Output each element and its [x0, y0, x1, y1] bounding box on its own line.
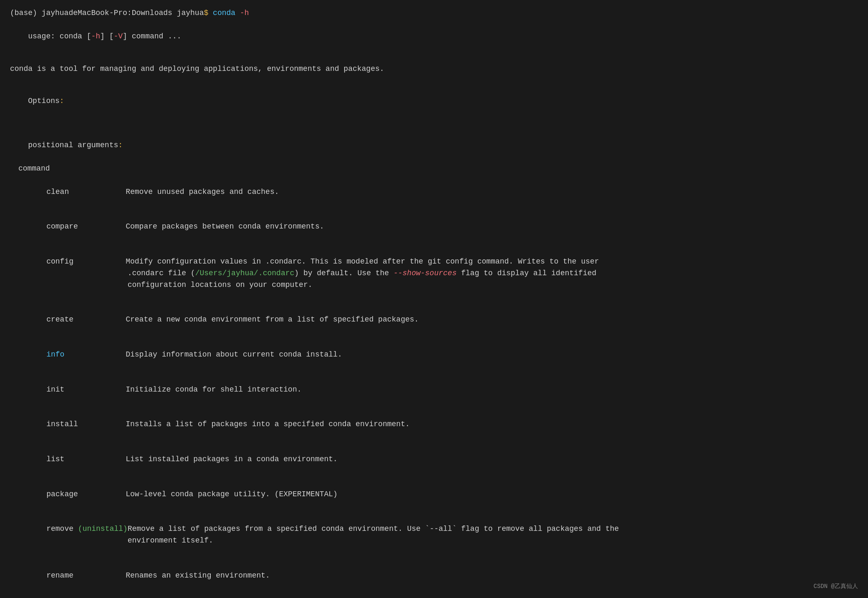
prompt-dollar: $ — [204, 8, 208, 19]
prompt-line: (base) jayhuadeMacBook-Pro:Downloads jay… — [10, 8, 858, 19]
prompt-prefix: (base) jayhuadeMacBook-Pro:Downloads jay… — [10, 8, 204, 19]
cmd-remove: remove (uninstall)Remove a list of packa… — [10, 512, 858, 559]
prompt-command: conda — [213, 8, 235, 19]
terminal-window: (base) jayhuadeMacBook-Pro:Downloads jay… — [10, 8, 858, 598]
cmd-rename: renameRenames an existing environment. — [10, 558, 858, 593]
usage-text: usage: conda — [28, 32, 86, 40]
prompt-flag: -h — [240, 8, 249, 19]
cmd-create: createCreate a new conda environment fro… — [10, 302, 858, 337]
cmd-run: runRun an executable in a conda environm… — [10, 593, 858, 598]
cmd-info: infoDisplay information about current co… — [10, 337, 858, 372]
command-label: command — [10, 163, 858, 175]
cmd-list: listList installed packages in a conda e… — [10, 442, 858, 477]
positional-heading: positional arguments: — [10, 128, 858, 163]
cmd-compare: compareCompare packages between conda en… — [10, 209, 858, 244]
cmd-clean: cleanRemove unused packages and caches. — [10, 175, 858, 210]
watermark: CSDN @乙真仙人 — [814, 582, 858, 591]
conda-description: conda is a tool for managing and deployi… — [10, 63, 858, 75]
cmd-package: packageLow-level conda package utility. … — [10, 477, 858, 512]
usage-line: usage: conda [-h] [-V] command ... — [10, 19, 858, 54]
cmd-config: configModify configuration values in .co… — [10, 244, 858, 302]
cmd-install: installInstalls a list of packages into … — [10, 407, 858, 442]
cmd-init: initInitialize conda for shell interacti… — [10, 372, 858, 407]
options-heading-top: Options: — [10, 84, 858, 119]
